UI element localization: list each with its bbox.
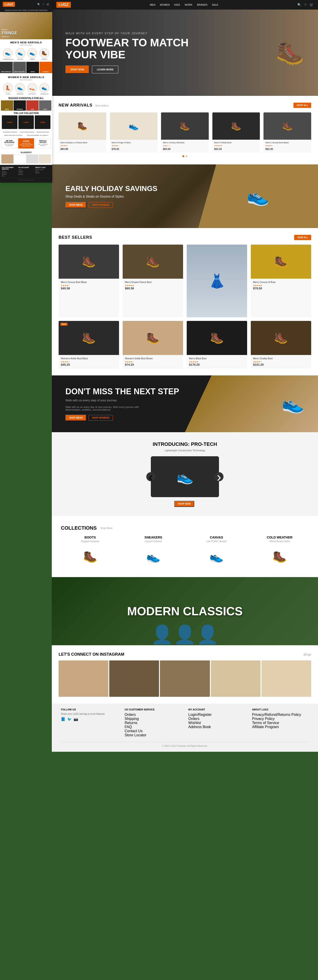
footer-link[interactable]: Orders <box>188 717 245 721</box>
footer-link[interactable]: Returns <box>2 174 17 175</box>
twitter-icon[interactable]: 🐦 <box>67 717 72 721</box>
insta-photo-3[interactable] <box>160 660 210 697</box>
footer-link[interactable]: Orders <box>2 170 17 172</box>
lux-item-1[interactable]: LUGZ <box>2 115 17 129</box>
new-arrivals-view-all[interactable]: SHOP ALL <box>294 103 311 108</box>
mens-shoe-2[interactable]: 👟 <box>16 48 25 58</box>
pro-tech-next[interactable]: › <box>215 472 224 481</box>
footer-link[interactable]: FAQ <box>2 175 17 177</box>
seller-img-6: 🥾 <box>122 321 183 355</box>
heart-icon[interactable]: ♡ <box>304 3 307 6</box>
footer-link[interactable]: Privacy Policy <box>252 717 309 721</box>
collection-cold-weather[interactable]: COLD WEATHER Winter Ready Styles 🥾 <box>250 536 309 568</box>
footer-link[interactable]: Wishlist <box>18 174 33 175</box>
insta-item[interactable] <box>2 154 13 164</box>
search-icon[interactable]: 🔍 <box>297 3 301 6</box>
footer-link[interactable]: Wishlist <box>188 721 245 725</box>
womens-shoe-3[interactable]: 👡 <box>27 83 37 93</box>
banner-new-arrivals[interactable]: NEW ARRIVALS <box>0 62 13 73</box>
rugged-sale[interactable]: SALE <box>39 100 51 111</box>
arrival-card-5: 🥾 Men's Convoy Boot Black ★★★★☆ $52.45 <box>264 113 311 153</box>
pro-tech-shop-btn[interactable]: SHOP NOW <box>174 501 194 507</box>
collection-canvas[interactable]: CANVAS Low Profile Lifestyle 👟 <box>187 536 246 568</box>
footer-link[interactable]: Register <box>18 170 33 172</box>
arrival-card-3: 🥾 Men's Convoy Mid Boot ★★★☆☆ $60.50 <box>161 113 209 153</box>
footer-link[interactable]: Login <box>18 169 33 170</box>
dot-2[interactable] <box>186 155 188 157</box>
nav-brands[interactable]: BRANDS <box>197 3 207 6</box>
insta-photo-4[interactable] <box>211 660 261 697</box>
left-ship-section: WE SHIP WORLDWIDE GET YOUR LUGZ ANYWHERE… <box>0 137 52 150</box>
footer-link[interactable]: Shipping <box>2 172 17 173</box>
mens-shoe-1[interactable]: 👟 <box>3 48 13 58</box>
collection-sneakers[interactable]: SNEAKERS Casual Footwear 👟 <box>124 536 183 568</box>
hero-learn-more-btn[interactable]: LEARN MORE <box>92 66 118 73</box>
footer-link[interactable]: Shipping <box>125 717 182 721</box>
insta-item[interactable] <box>39 154 51 164</box>
footer-link[interactable]: Orders <box>18 172 33 173</box>
instagram-handle[interactable]: @lugz <box>304 653 311 656</box>
mens-shoe-4[interactable]: 🥾 <box>39 48 49 58</box>
rugged-mens[interactable]: MENS <box>1 100 13 111</box>
mens-shoe-3[interactable]: 👟 <box>27 48 37 58</box>
footer-link[interactable]: FAQ <box>125 725 182 729</box>
footer-link[interactable]: Privacy/Refund/Returns Policy <box>252 713 309 717</box>
arrival-img-1: 🥾 <box>59 113 106 140</box>
dont-miss-shop-mens[interactable]: SHOP MENS <box>65 415 86 421</box>
footer-link[interactable]: Terms <box>35 170 51 172</box>
footer-link[interactable]: Privacy Policy <box>35 169 51 170</box>
dont-miss-shop-womens[interactable]: SHOP WOMENS <box>89 415 113 421</box>
arrival-price-1: $84.99 <box>60 148 68 150</box>
nav-sale[interactable]: SALE <box>212 3 218 6</box>
womens-shoe-4[interactable]: 👟 <box>39 83 49 93</box>
search-icon[interactable]: 🔍 <box>37 3 40 6</box>
left-footer-bottom: © 2024 LUGZ. All rights reserved. <box>2 178 51 181</box>
nav-women[interactable]: WOMEN <box>160 3 170 6</box>
best-sellers-view-all[interactable]: VIEW ALL <box>294 235 311 240</box>
arrival-stars-5: ★★★★☆ <box>265 145 309 147</box>
dot-1[interactable] <box>183 155 184 157</box>
hero-shop-now-btn[interactable]: SHOP NOW <box>65 65 89 73</box>
list-item: 👟 BLUTOR <box>16 48 25 60</box>
footer-link[interactable]: Login/Register <box>188 713 245 717</box>
banner-apparel[interactable]: APPAREL <box>40 62 52 73</box>
cart-icon[interactable]: 🛒 <box>46 3 49 6</box>
holiday-shop-mens[interactable]: SHOP MENS <box>65 202 86 208</box>
womens-shoe-1[interactable]: 👢 <box>3 83 13 93</box>
footer-link[interactable]: Store Locator <box>125 733 182 737</box>
instagram-icon[interactable]: 📷 <box>73 717 78 721</box>
footer-link[interactable]: Returns <box>125 721 182 725</box>
arrival-price-5: $52.45 <box>265 148 273 150</box>
lux-item-2[interactable]: LUGZ <box>18 115 34 129</box>
footer-link[interactable]: Affiliate Program <box>252 725 309 729</box>
lux-item-3[interactable]: LUGZ <box>35 115 51 129</box>
collection-boots[interactable]: BOOTS Rugged Footwear 🥾 <box>61 536 119 568</box>
facebook-icon[interactable]: 📘 <box>61 717 65 721</box>
heart-icon[interactable]: ♡ <box>42 3 45 6</box>
holiday-shop-womens[interactable]: SHOP WOMENS <box>89 202 113 208</box>
pro-tech-prev[interactable]: ‹ <box>146 472 155 481</box>
nav-work[interactable]: WORK <box>184 3 192 6</box>
footer-link[interactable]: Affiliate <box>35 172 51 173</box>
insta-photo-1[interactable] <box>59 660 108 697</box>
rugged-womens[interactable]: WOMENS <box>14 100 26 111</box>
insta-photo-5[interactable] <box>261 660 311 697</box>
left-hero-cta[interactable]: SHOP ALL <box>2 36 17 38</box>
insta-photo-2[interactable] <box>109 660 159 697</box>
footer-link[interactable]: Orders <box>125 713 182 717</box>
footer-link[interactable]: Contact Us <box>125 729 182 733</box>
nav-kids[interactable]: KIDS <box>174 3 180 6</box>
womens-shoe-2[interactable]: 👟 <box>15 83 25 93</box>
cart-icon[interactable]: 🛒 <box>310 3 313 6</box>
banner-work[interactable]: WORK <box>26 62 39 73</box>
banner-best-sellers[interactable]: BEST SELLERS <box>13 62 26 73</box>
collection-name-cold: COLD WEATHER <box>250 536 309 539</box>
insta-item[interactable] <box>14 154 26 164</box>
nav-men[interactable]: MEN <box>150 3 155 6</box>
insta-item[interactable] <box>26 154 38 164</box>
footer-link[interactable]: Address Book <box>188 725 245 729</box>
collections-subtitle[interactable]: Shop More <box>100 527 113 530</box>
seller-stars-2: ★★★★★ <box>125 284 181 286</box>
rugged-kids[interactable]: KIDS <box>26 100 39 111</box>
footer-link[interactable]: Terms of Service <box>252 721 309 725</box>
